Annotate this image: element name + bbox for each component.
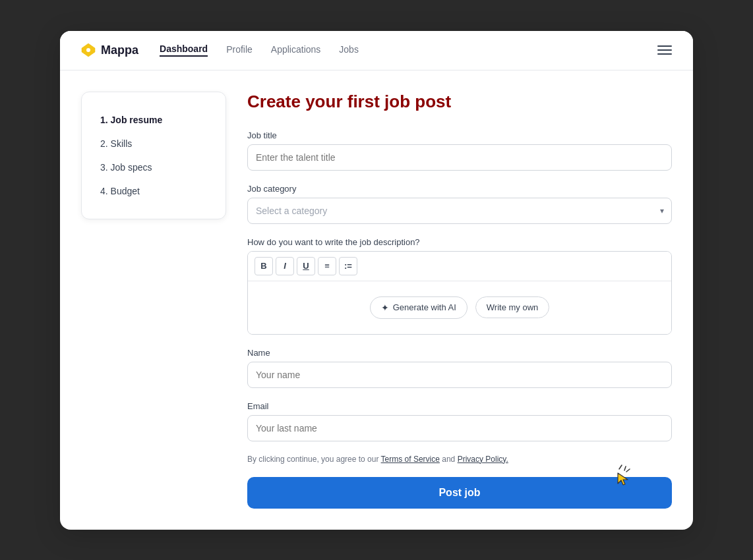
nav-link-profile[interactable]: Profile xyxy=(226,44,253,56)
email-label: Email xyxy=(247,401,672,411)
name-group: Name xyxy=(247,348,672,388)
generate-ai-button[interactable]: ✦ Generate with AI xyxy=(370,296,467,319)
nav-link-applications[interactable]: Applications xyxy=(271,44,321,56)
generate-ai-label: Generate with AI xyxy=(393,302,456,312)
hamburger-line-1 xyxy=(657,45,672,47)
terms-text: By clicking continue, you agree to our T… xyxy=(247,455,672,464)
hamburger-line-3 xyxy=(657,53,672,55)
ordered-list-button[interactable]: := xyxy=(339,257,357,275)
terms-prefix: By clicking continue, you agree to our xyxy=(247,455,381,464)
logo-area: Mappa xyxy=(81,43,138,57)
step-item-4[interactable]: 4. Budget xyxy=(95,179,212,203)
job-category-label: Job category xyxy=(247,184,672,194)
bold-button[interactable]: B xyxy=(255,257,273,275)
step-2-label: Skills xyxy=(111,138,133,149)
step-4-label: Budget xyxy=(111,186,140,196)
editor-body: ✦ Generate with AI Write my own xyxy=(248,281,671,334)
ai-sparkle-icon: ✦ xyxy=(381,302,389,313)
job-category-group: Job category Select a category ▾ xyxy=(247,184,672,224)
name-label: Name xyxy=(247,348,672,358)
step-4-number: 4. xyxy=(100,186,111,196)
job-title-group: Job title xyxy=(247,130,672,171)
terms-link[interactable]: Terms of Service xyxy=(381,455,440,464)
post-job-button[interactable]: Post job xyxy=(247,477,672,509)
italic-button[interactable]: I xyxy=(276,257,294,275)
email-group: Email xyxy=(247,401,672,441)
content-area: 1. Job resume 2. Skills 3. Job specs 4. … xyxy=(60,70,693,530)
editor-toolbar: B I U ≡ := xyxy=(248,252,671,281)
nav-link-dashboard[interactable]: Dashboard xyxy=(160,43,208,57)
job-title-input[interactable] xyxy=(247,144,672,171)
steps-sidebar: 1. Job resume 2. Skills 3. Job specs 4. … xyxy=(81,92,226,219)
underline-button[interactable]: U xyxy=(297,257,315,275)
nav-right xyxy=(657,45,672,55)
step-item-1[interactable]: 1. Job resume xyxy=(95,108,212,132)
form-title: Create your first job post xyxy=(247,92,672,112)
job-category-select[interactable]: Select a category xyxy=(247,198,672,224)
job-title-label: Job title xyxy=(247,130,672,140)
step-3-number: 3. xyxy=(100,162,111,173)
svg-point-1 xyxy=(86,48,90,52)
step-1-label: Job resume xyxy=(111,115,163,125)
step-item-2[interactable]: 2. Skills xyxy=(95,132,212,155)
step-2-number: 2. xyxy=(100,138,111,149)
job-category-select-wrapper: Select a category ▾ xyxy=(247,198,672,224)
logo-text: Mappa xyxy=(101,43,138,57)
terms-middle: and xyxy=(440,455,458,464)
unordered-list-button[interactable]: ≡ xyxy=(318,257,336,275)
name-input[interactable] xyxy=(247,362,672,388)
outer-wrapper: Mappa Dashboard Profile Applications Job… xyxy=(0,0,753,560)
editor-wrapper: B I U ≡ := ✦ Generate with AI xyxy=(247,251,672,335)
privacy-link[interactable]: Privacy Policy. xyxy=(458,455,508,464)
nav-links: Dashboard Profile Applications Jobs xyxy=(160,43,657,57)
write-own-button[interactable]: Write my own xyxy=(475,296,550,318)
navbar: Mappa Dashboard Profile Applications Job… xyxy=(60,31,693,70)
step-item-3[interactable]: 3. Job specs xyxy=(95,155,212,179)
hamburger-menu[interactable] xyxy=(657,45,672,55)
hamburger-line-2 xyxy=(657,49,672,51)
write-own-label: Write my own xyxy=(487,302,539,312)
main-card: Mappa Dashboard Profile Applications Job… xyxy=(60,31,693,530)
description-group: How do you want to write the job descrip… xyxy=(247,237,672,335)
step-1-number: 1. xyxy=(100,115,111,125)
form-area: Create your first job post Job title Job… xyxy=(247,92,672,509)
nav-link-jobs[interactable]: Jobs xyxy=(339,44,359,56)
description-label: How do you want to write the job descrip… xyxy=(247,237,672,247)
step-3-label: Job specs xyxy=(111,162,152,173)
email-input[interactable] xyxy=(247,415,672,441)
logo-icon xyxy=(81,43,96,57)
